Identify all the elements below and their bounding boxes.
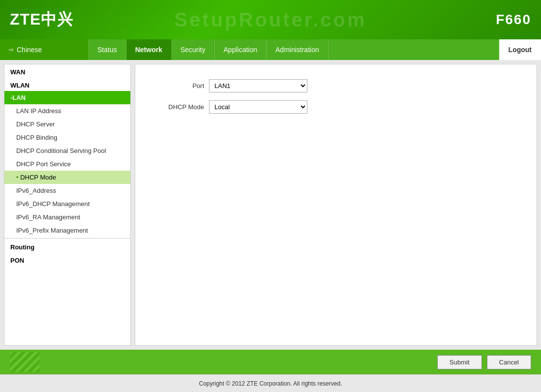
footer-deco: [10, 352, 432, 372]
main-container: WAN WLAN -LAN LAN IP Address DHCP Server…: [0, 60, 541, 350]
nav-network[interactable]: Network: [126, 39, 172, 60]
dhcp-mode-row: DHCP Mode Local None Relay: [145, 100, 527, 114]
nav-logout[interactable]: Logout: [499, 39, 541, 60]
sidebar-item-wlan[interactable]: WLAN: [4, 78, 130, 91]
header-model: F660: [496, 12, 531, 28]
submit-button[interactable]: Submit: [437, 355, 481, 369]
logo-text: ZTE中兴: [10, 9, 73, 30]
header-watermark: SetupRouter.com: [174, 9, 366, 31]
nav-security[interactable]: Security: [172, 39, 215, 60]
sidebar-divider: [4, 238, 130, 239]
copyright: Copyright © 2012 ZTE Corporation. All ri…: [0, 374, 541, 392]
sidebar-item-dhcp-binding[interactable]: DHCP Binding: [4, 131, 130, 144]
sidebar-item-dhcp-port[interactable]: DHCP Port Service: [4, 157, 130, 171]
nav-bar: ⇨ Chinese Status Network Security Applic…: [0, 39, 541, 60]
sidebar-item-lan[interactable]: -LAN: [4, 91, 130, 104]
logo: ZTE中兴: [10, 9, 73, 30]
sidebar-item-dhcp-server[interactable]: DHCP Server: [4, 118, 130, 131]
cancel-button[interactable]: Cancel: [487, 355, 531, 369]
dhcp-mode-select[interactable]: Local None Relay: [209, 100, 307, 114]
content-area: Port LAN1 LAN2 LAN3 LAN4 DHCP Mode Local…: [135, 64, 537, 346]
sidebar-item-ipv6-prefix[interactable]: IPv6_Prefix Management: [4, 224, 130, 237]
footer-bar: Submit Cancel: [0, 350, 541, 374]
sidebar-item-dhcp-csp[interactable]: DHCP Conditional Serving Pool: [4, 144, 130, 157]
sidebar-item-routing[interactable]: Routing: [4, 240, 130, 253]
nav-chinese[interactable]: ⇨ Chinese: [0, 39, 89, 60]
port-select[interactable]: LAN1 LAN2 LAN3 LAN4: [209, 79, 307, 92]
sidebar-item-ipv6-addr[interactable]: IPv6_Address: [4, 184, 130, 197]
sidebar-item-ipv6-ra[interactable]: IPv6_RA Management: [4, 211, 130, 224]
sidebar-item-dhcp-mode[interactable]: DHCP Mode: [4, 171, 130, 184]
chinese-arrow-icon: ⇨: [9, 46, 14, 53]
sidebar-item-wan[interactable]: WAN: [4, 64, 130, 78]
port-row: Port LAN1 LAN2 LAN3 LAN4: [145, 79, 527, 92]
port-label: Port: [145, 82, 204, 90]
nav-application[interactable]: Application: [215, 39, 267, 60]
sidebar-item-pon[interactable]: PON: [4, 253, 130, 266]
header: ZTE中兴 SetupRouter.com F660: [0, 0, 541, 39]
dhcp-mode-label: DHCP Mode: [145, 103, 204, 111]
sidebar-item-ipv6-dhcp[interactable]: IPv6_DHCP Management: [4, 197, 130, 211]
nav-administration[interactable]: Administration: [267, 39, 329, 60]
sidebar-item-lan-ip[interactable]: LAN IP Address: [4, 104, 130, 118]
nav-status[interactable]: Status: [89, 39, 126, 60]
deco-stripe: [10, 352, 39, 372]
copyright-text: Copyright © 2012 ZTE Corporation. All ri…: [199, 380, 342, 387]
sidebar: WAN WLAN -LAN LAN IP Address DHCP Server…: [4, 64, 131, 346]
nav-chinese-label: Chinese: [17, 46, 42, 54]
